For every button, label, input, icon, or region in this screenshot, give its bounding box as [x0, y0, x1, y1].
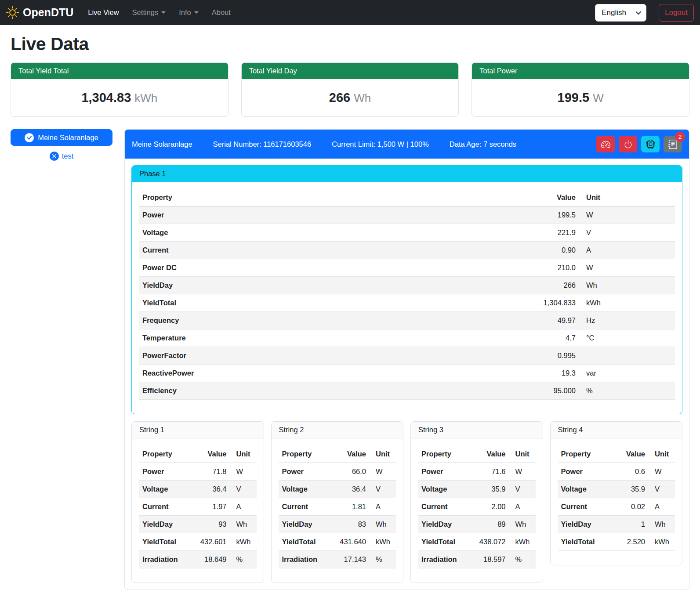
nav-item-live-view[interactable]: Live View: [81, 4, 125, 21]
table-row: Current0.90A: [139, 242, 675, 259]
table-row: Power199.5W: [139, 206, 675, 224]
string-2-body: Property Value Unit Power66.0WVoltage36.…: [272, 438, 403, 583]
inverter-data-age: Data Age: 7 seconds: [450, 140, 516, 148]
value-cell: 431.640: [329, 533, 370, 551]
inverter-select-label: Meine Solaranlage: [38, 134, 98, 142]
unit-cell: W: [370, 463, 396, 481]
unit-cell: var: [579, 365, 675, 382]
property-cell: Voltage: [418, 481, 469, 498]
language-selected-value: English: [602, 8, 626, 17]
table-row: Power71.8W: [139, 463, 257, 481]
unit-cell: A: [579, 242, 675, 259]
property-cell: Power: [139, 463, 190, 481]
logout-button[interactable]: Logout: [659, 4, 694, 22]
nav-item-about[interactable]: About: [205, 4, 237, 21]
column-header-property: Property: [418, 445, 469, 463]
inverter-selector-sidebar: Meine Solaranlage test: [11, 129, 112, 161]
table-row: YieldDay83Wh: [279, 516, 396, 533]
string-1-card: String 1 Property Value Unit: [131, 421, 264, 583]
brand[interactable]: OpenDTU: [6, 6, 73, 19]
table-row: Temperature4.7°C: [139, 329, 675, 347]
value-cell: 71.6: [469, 463, 509, 481]
string-2-header: String 2: [272, 422, 403, 438]
card-header: Total Yield Day: [242, 63, 459, 79]
value-cell: 49.97: [522, 312, 579, 329]
limit-settings-button[interactable]: [596, 136, 615, 152]
unit-cell: W: [579, 206, 675, 224]
table-row: YieldTotal431.640kWh: [279, 533, 396, 551]
property-cell: YieldDay: [558, 516, 609, 533]
table-header-row: Property Value Unit: [418, 445, 536, 463]
inverter-header-info: Meine Solaranlage Serial Number: 1161716…: [132, 140, 516, 148]
property-cell: YieldTotal: [139, 294, 522, 312]
column-header-value: Value: [190, 445, 230, 463]
nav-item-settings[interactable]: Settings: [126, 4, 173, 21]
value-cell: 66.0: [329, 463, 370, 481]
unit-cell: V: [509, 481, 536, 498]
property-cell: Power: [139, 206, 522, 224]
total-yield-day-card: Total Yield Day 266Wh: [241, 62, 459, 117]
property-cell: ReactivePower: [139, 365, 522, 382]
event-log-button[interactable]: 2: [664, 136, 682, 152]
unit-cell: W: [230, 463, 257, 481]
table-row: YieldTotal438.072kWh: [418, 533, 536, 551]
unit-cell: kWh: [509, 533, 536, 551]
unit-cell: V: [230, 481, 257, 498]
property-cell: YieldTotal: [279, 533, 330, 551]
unit-cell: W: [649, 463, 675, 481]
property-cell: Voltage: [558, 481, 609, 498]
inverter-select-item-test[interactable]: test: [11, 152, 112, 161]
string-3-card: String 3 Property Value Unit: [410, 421, 543, 583]
value-cell: 18.597: [469, 551, 509, 568]
table-row: Power71.6W: [418, 463, 536, 481]
property-cell: YieldDay: [139, 277, 522, 294]
table-row: Current1.97A: [139, 498, 257, 516]
string-2-table: Property Value Unit Power66.0WVoltage36.…: [279, 445, 396, 568]
unit-cell: %: [579, 382, 675, 400]
unit-cell: Wh: [230, 516, 257, 533]
table-row: Irradiation18.597%: [418, 551, 536, 568]
string-3-body: Property Value Unit Power71.6WVoltage35.…: [411, 438, 543, 583]
value-cell: 36.4: [329, 481, 370, 498]
inverter-card-header: Meine Solaranlage Serial Number: 1161716…: [125, 130, 689, 159]
unit-cell: Wh: [579, 277, 675, 294]
table-row: YieldTotal2.520kWh: [558, 533, 675, 551]
string-4-body: Property Value Unit Power0.6WVoltage35.9…: [551, 438, 682, 565]
value-cell: 1: [608, 516, 649, 533]
unit-cell: %: [230, 551, 257, 568]
device-info-button[interactable]: [641, 136, 660, 152]
nav-item-info[interactable]: Info: [172, 4, 205, 21]
property-cell: YieldTotal: [558, 533, 609, 551]
table-row: Voltage36.4V: [279, 481, 396, 498]
property-cell: Power: [418, 463, 469, 481]
unit-cell: Wh: [370, 516, 396, 533]
value-cell: 4.7: [522, 329, 579, 347]
value-cell: 17.143: [329, 551, 370, 568]
power-toggle-button[interactable]: [619, 136, 637, 152]
card-body: 266Wh: [242, 79, 459, 116]
inverter-test-label: test: [62, 152, 74, 160]
property-cell: YieldTotal: [139, 533, 190, 551]
card-body: 1,304.83kWh: [11, 79, 228, 116]
string-4-table: Property Value Unit Power0.6WVoltage35.9…: [558, 445, 675, 551]
cpu-icon: [646, 140, 655, 149]
value-cell: 0.995: [522, 347, 579, 365]
unit-cell: °C: [579, 329, 675, 347]
table-row: YieldDay89Wh: [418, 516, 536, 533]
language-select[interactable]: English: [595, 4, 646, 22]
table-row: PowerFactor0.995: [139, 347, 675, 365]
table-row: Voltage36.4V: [139, 481, 257, 498]
value-cell: 83: [329, 516, 370, 533]
property-cell: Irradiation: [279, 551, 330, 568]
unit-cell: kWh: [649, 533, 675, 551]
column-header-unit: Unit: [509, 445, 536, 463]
property-cell: Current: [558, 498, 609, 516]
value-cell: 35.9: [608, 481, 649, 498]
card-header: Total Yield Total: [11, 63, 228, 79]
unit-cell: A: [509, 498, 536, 516]
inverter-select-button-active[interactable]: Meine Solaranlage: [11, 129, 112, 146]
string-2-card: String 2 Property Value Unit: [271, 421, 404, 583]
total-power-value: 199.5: [558, 90, 590, 105]
phase-1-header: Phase 1: [132, 166, 682, 182]
inverter-card-body: Phase 1 Property Value Unit Power199.5WV…: [125, 159, 689, 590]
